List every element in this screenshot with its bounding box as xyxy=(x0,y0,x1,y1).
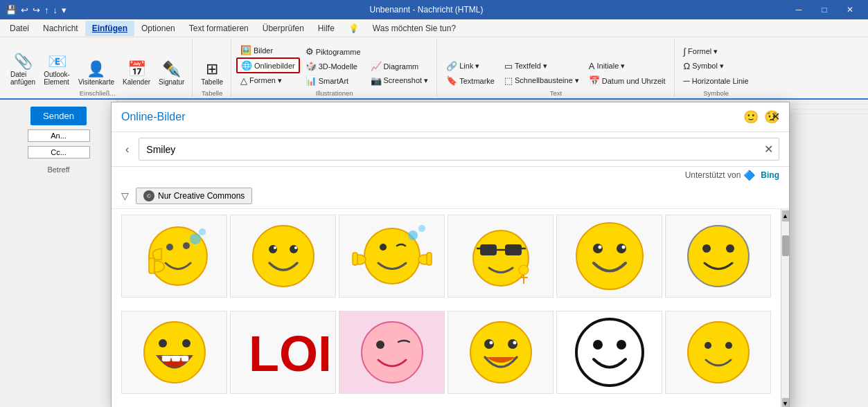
ribbon-btn-symbol[interactable]: Ω Symbol ▾ xyxy=(680,59,753,73)
svg-point-1 xyxy=(166,244,173,251)
image-cell-7[interactable] xyxy=(121,311,227,394)
scroll-down-button[interactable]: ▼ xyxy=(782,398,789,407)
dialog-close-button[interactable]: ✕ xyxy=(767,108,783,125)
undo-icon[interactable]: ↩ xyxy=(21,5,28,15)
menu-help-icon: 💡 xyxy=(342,21,366,36)
powered-by-label: Unterstützt von xyxy=(685,170,741,180)
ribbon-btn-screenshot[interactable]: 📷 Screenshot ▾ xyxy=(366,73,433,88)
to-button[interactable]: An... xyxy=(28,129,90,142)
minimize-button[interactable]: ─ xyxy=(786,0,811,19)
smiley-svg-4 xyxy=(463,218,539,294)
image-cell-2[interactable] xyxy=(230,215,336,298)
svg-point-48 xyxy=(508,339,517,349)
menu-hilfe[interactable]: Hilfe xyxy=(311,21,342,36)
ribbon-btn-schnellbausteine[interactable]: ⬚ Schnellbausteine ▾ xyxy=(500,73,583,88)
menu-text-formatieren[interactable]: Text formatieren xyxy=(182,21,256,36)
menu-ueberpruefen[interactable]: Überprüfen xyxy=(256,21,311,36)
svg-point-46 xyxy=(470,322,531,383)
image-cell-5[interactable] xyxy=(556,215,662,298)
menu-optionen[interactable]: Optionen xyxy=(134,21,182,36)
save-icon[interactable]: 💾 xyxy=(6,5,17,15)
svg-point-54 xyxy=(688,322,749,383)
ribbon-btn-textmarke[interactable]: 🔖 Textmarke xyxy=(442,73,499,88)
ribbon-col-initiale: A Initiale ▾ 📅 Datum und Uhrzeit xyxy=(585,59,670,88)
link-icon: 🔗 xyxy=(446,61,457,71)
ribbon-btn-datei[interactable]: 📎 Dateianfügen xyxy=(7,51,39,88)
ribbon-btn-hlinie[interactable]: ─ Horizontale Linie xyxy=(680,73,753,88)
online-images-dialog: Online-Bilder 🙂 😟 ✕ ‹ ✕ Unterstützt von … xyxy=(111,102,790,407)
svg-point-49 xyxy=(489,341,493,344)
image-cell-8[interactable]: LOL xyxy=(230,311,336,394)
menu-nachricht[interactable]: Nachricht xyxy=(36,21,85,36)
ribbon-btn-initiale[interactable]: A Initiale ▾ xyxy=(585,59,670,73)
ribbon-btn-piktogramme[interactable]: ⚙ Piktogramme xyxy=(301,44,365,59)
dropdown-icon[interactable]: ▾ xyxy=(62,5,67,15)
menu-einfuegen[interactable]: Einfügen xyxy=(85,21,134,36)
smiley-svg-7 xyxy=(136,314,213,390)
image-cell-10[interactable] xyxy=(448,311,553,394)
ribbon-btn-link[interactable]: 🔗 Link ▾ xyxy=(442,59,499,73)
close-button[interactable]: ✕ xyxy=(838,0,862,19)
back-button[interactable]: ‹ xyxy=(121,142,133,157)
search-input[interactable] xyxy=(139,140,759,159)
svg-point-13 xyxy=(380,244,387,251)
filter-row: ▽ © Nur Creative Commons xyxy=(112,183,789,209)
ribbon-btn-outlook[interactable]: 📧 Outlook-Element xyxy=(40,51,73,88)
down-icon[interactable]: ↓ xyxy=(53,5,58,15)
svg-point-53 xyxy=(617,340,626,350)
scroll-up-button[interactable]: ▲ xyxy=(782,210,789,221)
window-controls: ─ □ ✕ xyxy=(786,0,862,19)
search-box: ✕ xyxy=(139,138,779,161)
ribbon-btn-textfeld[interactable]: ▭ Textfeld ▾ xyxy=(500,59,583,73)
datei-icon: 📎 xyxy=(14,53,33,71)
ribbon-btn-visitenkarte[interactable]: 👤 Visitenkarte xyxy=(75,58,118,88)
ribbon-group-links: 🔗 Link ▾ 🔖 Textmarke ▭ Textfeld ▾ ⬚ Schn… xyxy=(438,39,674,97)
dialog-scrollbar[interactable]: ▲ ▼ xyxy=(781,209,789,407)
kalender-icon: 📅 xyxy=(127,60,146,78)
cc-button[interactable]: Cc... xyxy=(28,146,90,159)
cc-icon: © xyxy=(143,190,154,201)
svg-point-5 xyxy=(190,233,201,244)
ribbon-btn-formel[interactable]: ∫ Formel ▾ xyxy=(680,44,753,59)
svg-rect-22 xyxy=(505,244,522,255)
ribbon-btn-kalender[interactable]: 📅 Kalender xyxy=(119,58,154,88)
menu-datei[interactable]: Datei xyxy=(3,21,36,36)
svg-point-55 xyxy=(705,342,711,349)
ribbon-btn-bilder[interactable]: 🖼️ Bilder xyxy=(236,43,300,57)
scrollbar-thumb[interactable] xyxy=(782,235,789,256)
image-cell-4[interactable] xyxy=(448,215,553,298)
ribbon-col-images: 🖼️ Bilder 🌐 Onlinebilder △ Formen ▾ xyxy=(236,43,300,88)
smiley-svg-5 xyxy=(572,218,648,294)
image-cell-9[interactable] xyxy=(339,311,445,394)
ribbon-btn-onlinebilder[interactable]: 🌐 Onlinebilder xyxy=(236,57,300,73)
search-clear-button[interactable]: ✕ xyxy=(759,138,779,160)
image-cell-6[interactable] xyxy=(665,215,771,298)
ribbon-btn-smartart[interactable]: 📊 SmartArt xyxy=(301,73,365,88)
image-cell-3[interactable] xyxy=(339,215,445,298)
hlinie-icon: ─ xyxy=(684,75,690,86)
svg-point-35 xyxy=(702,244,711,253)
svg-point-33 xyxy=(621,246,625,249)
svg-rect-15 xyxy=(353,253,357,265)
image-cell-11[interactable] xyxy=(556,311,662,394)
ribbon-btn-formen[interactable]: △ Formen ▾ xyxy=(236,73,300,88)
ribbon-btn-tabelle[interactable]: ⊞ Tabelle xyxy=(197,58,227,88)
ribbon-btn-diagramm[interactable]: 📈 Diagramm xyxy=(366,59,433,73)
image-cell-1[interactable] xyxy=(121,215,227,298)
image-cell-12[interactable] xyxy=(665,311,771,394)
ribbon-btn-3d[interactable]: 🎲 3D-Modelle xyxy=(301,59,365,73)
up-icon[interactable]: ↑ xyxy=(44,5,49,15)
cc-label: Nur Creative Commons xyxy=(158,191,245,201)
3d-icon: 🎲 xyxy=(305,61,317,71)
creative-commons-filter[interactable]: © Nur Creative Commons xyxy=(136,188,252,204)
smiley-icon: 🙂 xyxy=(743,109,759,125)
send-button[interactable]: Senden xyxy=(30,107,87,125)
smiley-svg-8: LOL xyxy=(238,314,328,390)
ribbon-btn-datum[interactable]: 📅 Datum und Uhrzeit xyxy=(585,73,670,88)
svg-point-7 xyxy=(253,226,314,287)
signatur-icon: ✒️ xyxy=(162,60,181,78)
ribbon-btn-signatur[interactable]: ✒️ Signatur xyxy=(155,58,188,88)
redo-icon[interactable]: ↪ xyxy=(33,5,40,15)
menu-search[interactable]: Was möchten Sie tun? xyxy=(366,21,463,36)
restore-button[interactable]: □ xyxy=(812,0,837,19)
